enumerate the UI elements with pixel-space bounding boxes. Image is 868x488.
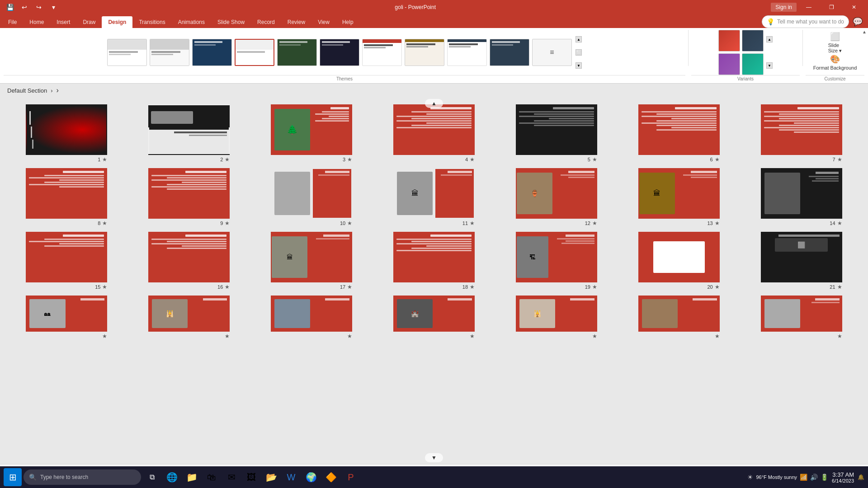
customize-qat-button[interactable]: ▾ [47,1,60,14]
tab-transitions[interactable]: Transitions [132,16,171,28]
slide-item-28[interactable]: ★ [744,296,859,339]
taskbar-search[interactable]: 🔍 Type here to search [24,469,141,485]
slide-thumb-13[interactable]: 🏛 [638,168,720,219]
slide-thumb-2[interactable] [148,104,230,155]
slide-thumb-9[interactable] [148,168,230,219]
network-icon[interactable]: 📶 [800,474,807,481]
variants-scroll-down[interactable]: ▼ [766,62,773,69]
slide-item-17[interactable]: 🏛 ★ 17 [254,232,369,290]
scroll-mid-button[interactable]: ⬜ [576,49,582,56]
slide-item-8[interactable]: ★ 8 [9,168,124,226]
tab-home[interactable]: Home [23,16,50,28]
tell-me-input[interactable]: 💡 Tell me what you want to do [762,15,849,28]
files-icon[interactable]: 📂 [262,468,280,486]
speaker-icon[interactable]: 🔊 [810,474,818,481]
slide-item-27[interactable]: ★ [621,296,736,339]
slide-item-26[interactable]: 🕌 ★ [499,296,614,339]
slide-item-23[interactable]: 🕌 ★ [132,296,247,339]
tab-design[interactable]: Design [102,16,132,28]
battery-icon[interactable]: 🔋 [821,474,828,481]
tab-file[interactable]: File [2,16,23,28]
scroll-up-button[interactable]: ▲ [576,36,582,42]
taskview-button[interactable]: ⧉ [143,468,161,486]
slide-thumb-18[interactable] [393,232,475,282]
slide-item-15[interactable]: ★ 15 [9,232,124,290]
store-icon[interactable]: 🛍 [203,468,221,486]
slide-thumb-15[interactable] [26,232,107,282]
comments-button[interactable]: 💬 [853,17,863,27]
tab-record[interactable]: Record [251,16,281,28]
collapse-ribbon-button[interactable]: ▲ [861,28,868,35]
slide-item-20[interactable]: ★ 20 [621,232,736,290]
tab-draw[interactable]: Draw [76,16,102,28]
variant-1[interactable] [718,30,740,52]
variant-4[interactable] [742,53,764,75]
themes-scrollbar[interactable]: ▲ ⬜ ▼ [576,36,582,69]
notification-icon[interactable]: 🔔 [858,474,864,480]
close-button[interactable]: ✕ [844,0,864,14]
theme-3[interactable] [192,39,232,66]
undo-button[interactable]: ↩ [18,1,31,14]
slide-thumb-6[interactable] [638,104,720,155]
theme-9[interactable] [447,39,487,66]
slide-thumb-20[interactable] [638,232,720,282]
slide-thumb-21[interactable]: ⬜ [761,232,842,282]
minimize-button[interactable]: — [798,0,819,14]
slide-thumb-3[interactable]: 🌲 [271,104,352,155]
variants-scrollbar[interactable]: ▲ ▼ [766,36,773,69]
mail-icon[interactable]: ✉ [222,468,241,486]
scroll-down-slides[interactable]: ▼ [425,453,443,462]
theme-2[interactable] [150,39,189,66]
slides-panel[interactable]: ▲ [0,97,868,464]
slide-item-9[interactable]: ★ 9 [132,168,247,226]
variants-scroll-up[interactable]: ▲ [766,36,773,42]
edge-icon[interactable]: 🌐 [163,468,181,486]
slide-item-2[interactable]: ★ 2 [132,104,247,163]
slide-item-10[interactable]: ★ 10 [254,168,369,226]
theme-5[interactable] [277,39,317,66]
slide-thumb-24[interactable] [271,296,352,332]
theme-1[interactable] [107,39,147,66]
photos-icon[interactable]: 🖼 [242,468,260,486]
slide-thumb-1[interactable] [26,104,107,155]
redo-button[interactable]: ↪ [33,1,45,14]
slide-item-22[interactable]: 🏘 ★ [9,296,124,339]
slide-thumb-10[interactable] [271,168,352,219]
slide-item-5[interactable]: ★ 5 [499,104,614,163]
slide-thumb-17[interactable]: 🏛 [271,232,352,282]
save-button[interactable]: 💾 [4,1,16,14]
slide-thumb-25[interactable]: 🏰 [393,296,475,332]
slide-item-13[interactable]: 🏛 ★ 13 [621,168,736,226]
theme-more[interactable]: ≡ [532,39,572,66]
variant-3[interactable] [718,53,740,75]
slide-item-19[interactable]: 🏗 ★ 19 [499,232,614,290]
slide-item-25[interactable]: 🏰 ★ [377,296,492,339]
tab-review[interactable]: Review [281,16,311,28]
slide-item-4[interactable]: ★ 4 [377,104,492,163]
format-background-button[interactable]: 🎨 Format Background [812,53,858,71]
tab-view[interactable]: View [311,16,336,28]
slide-item-21[interactable]: ⬜ ★ 21 [744,232,859,290]
theme-6[interactable] [320,39,359,66]
slide-thumb-8[interactable] [26,168,107,219]
slide-thumb-19[interactable]: 🏗 [516,232,597,282]
scroll-down-button[interactable]: ▼ [576,62,582,69]
theme-4[interactable] [235,39,274,66]
slide-thumb-28[interactable] [761,296,842,332]
slide-thumb-7[interactable] [761,104,842,155]
clock[interactable]: 3:37 AM 6/14/2023 [832,471,854,483]
slide-item-6[interactable]: ★ 6 [621,104,736,163]
slide-thumb-14[interactable] [761,168,842,219]
slide-item-14[interactable]: ★ 14 [744,168,859,226]
slide-item-1[interactable]: ★ 1 [9,104,124,163]
tab-animations[interactable]: Animations [172,16,211,28]
theme-7[interactable] [362,39,402,66]
scroll-up-slides[interactable]: ▲ [425,99,443,108]
vlc-icon[interactable]: 🔶 [322,468,340,486]
slide-item-18[interactable]: ★ 18 [377,232,492,290]
tab-slideshow[interactable]: Slide Show [211,16,251,28]
slide-thumb-26[interactable]: 🕌 [516,296,597,332]
slide-thumb-5[interactable] [516,104,597,155]
slide-item-12[interactable]: 🏺 ★ 12 [499,168,614,226]
slide-thumb-27[interactable] [638,296,720,332]
